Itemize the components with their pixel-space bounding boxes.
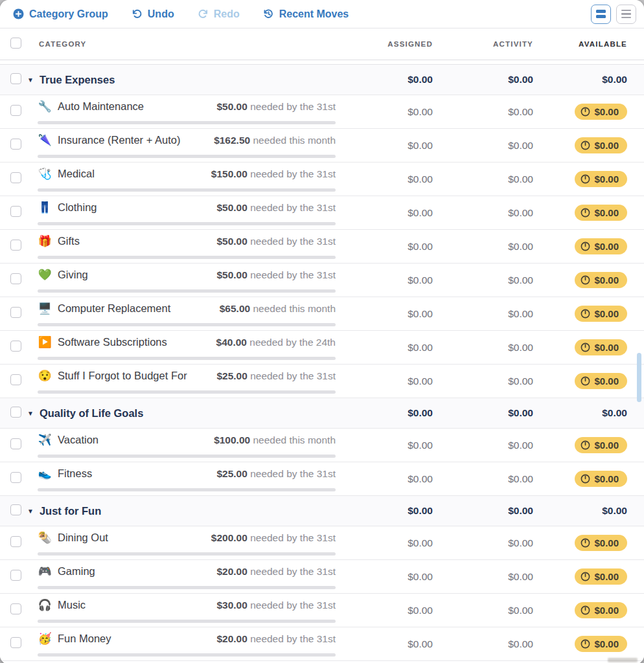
group-name: Quality of Life Goals xyxy=(40,407,143,420)
available-pill[interactable]: $0.00 xyxy=(575,205,627,221)
activity-value[interactable]: $0.00 xyxy=(433,638,533,650)
undo-button[interactable]: Undo xyxy=(132,8,174,20)
category-checkbox[interactable] xyxy=(10,637,21,648)
category-name[interactable]: Computer Replacement xyxy=(58,302,170,315)
category-name[interactable]: Gaming xyxy=(58,565,95,578)
category-checkbox[interactable] xyxy=(10,139,21,150)
available-pill[interactable]: $0.00 xyxy=(575,306,627,322)
available-pill[interactable]: $0.00 xyxy=(575,272,627,288)
activity-value[interactable]: $0.00 xyxy=(433,275,533,286)
assigned-value[interactable]: $0.00 xyxy=(336,140,433,152)
activity-value[interactable]: $0.00 xyxy=(433,537,533,549)
category-checkbox[interactable] xyxy=(10,472,21,483)
assigned-value[interactable]: $0.00 xyxy=(336,207,433,219)
activity-value[interactable]: $0.00 xyxy=(433,473,533,485)
assigned-value[interactable]: $0.00 xyxy=(336,605,433,616)
activity-value[interactable]: $0.00 xyxy=(433,571,533,583)
category-name[interactable]: Fun Money xyxy=(58,633,111,645)
available-pill[interactable]: $0.00 xyxy=(575,471,627,487)
column-header-assigned[interactable]: ASSIGNED xyxy=(336,40,433,48)
redo-button[interactable]: Redo xyxy=(198,8,240,20)
activity-value[interactable]: $0.00 xyxy=(433,308,533,320)
available-pill[interactable]: $0.00 xyxy=(575,568,627,585)
group-toggle[interactable]: ▼ True Expenses xyxy=(27,74,336,86)
category-name[interactable]: Auto Maintenance xyxy=(58,100,144,113)
available-pill[interactable]: $0.00 xyxy=(575,137,627,153)
activity-value[interactable]: $0.00 xyxy=(433,440,533,451)
category-name[interactable]: Clothing xyxy=(58,201,97,214)
category-name[interactable]: Medical xyxy=(58,168,95,180)
assigned-value[interactable]: $0.00 xyxy=(336,537,433,549)
activity-value[interactable]: $0.00 xyxy=(433,342,533,354)
available-pill[interactable]: $0.00 xyxy=(575,535,627,551)
activity-value[interactable]: $0.00 xyxy=(433,207,533,219)
category-checkbox[interactable] xyxy=(10,570,21,581)
category-name[interactable]: Giving xyxy=(58,269,88,281)
category-checkbox[interactable] xyxy=(10,603,21,614)
category-name[interactable]: Vacation xyxy=(58,434,98,446)
category-name[interactable]: Stuff I Forgot to Budget For xyxy=(58,370,187,382)
activity-value[interactable]: $0.00 xyxy=(433,605,533,616)
category-name[interactable]: Insurance (Renter + Auto) xyxy=(58,134,180,146)
select-all-checkbox[interactable] xyxy=(10,38,21,49)
assigned-value[interactable]: $0.00 xyxy=(336,241,433,253)
assigned-value[interactable]: $0.00 xyxy=(336,473,433,485)
assigned-value[interactable]: $0.00 xyxy=(336,440,433,451)
group-checkbox[interactable] xyxy=(10,73,21,84)
available-pill[interactable]: $0.00 xyxy=(575,171,627,187)
activity-value[interactable]: $0.00 xyxy=(433,106,533,118)
category-checkbox[interactable] xyxy=(10,341,21,352)
category-checkbox[interactable] xyxy=(10,374,21,385)
recent-moves-button[interactable]: Recent Moves xyxy=(263,8,349,20)
assigned-value[interactable]: $0.00 xyxy=(336,376,433,387)
category-name[interactable]: Fitness xyxy=(58,467,92,480)
category-name[interactable]: Software Subscriptions xyxy=(58,336,167,348)
activity-value[interactable]: $0.00 xyxy=(433,174,533,185)
group-toggle[interactable]: ▼ Just for Fun xyxy=(27,505,336,517)
group-toggle[interactable]: ▼ Quality of Life Goals xyxy=(27,407,336,420)
category-checkbox[interactable] xyxy=(10,536,21,547)
goal-progress-bar xyxy=(38,222,336,225)
column-header-activity[interactable]: ACTIVITY xyxy=(433,40,533,48)
available-pill[interactable]: $0.00 xyxy=(575,602,627,618)
goal-progress-bar xyxy=(38,188,336,192)
category-checkbox[interactable] xyxy=(10,438,21,449)
activity-value[interactable]: $0.00 xyxy=(433,241,533,253)
activity-value[interactable]: $0.00 xyxy=(433,376,533,387)
category-name[interactable]: Dining Out xyxy=(58,532,108,544)
category-checkbox[interactable] xyxy=(10,273,21,284)
category-checkbox[interactable] xyxy=(10,105,21,116)
category-group-row: ▼ True Expenses $0.00 $0.00 $0.00 xyxy=(0,65,644,95)
available-pill[interactable]: $0.00 xyxy=(575,238,627,254)
assigned-value[interactable]: $0.00 xyxy=(336,342,433,354)
column-header-available[interactable]: AVAILABLE xyxy=(533,40,627,48)
category-row: 🎁 Gifts $50.00 needed by the 31st $0.00 … xyxy=(0,230,644,264)
activity-value[interactable]: $0.00 xyxy=(433,140,533,152)
expanded-view-button[interactable] xyxy=(591,5,611,24)
assigned-value[interactable]: $0.00 xyxy=(336,571,433,583)
goal-clock-icon xyxy=(581,140,590,150)
category-name[interactable]: Gifts xyxy=(58,235,80,247)
category-name[interactable]: Music xyxy=(58,599,86,611)
category-checkbox[interactable] xyxy=(10,240,21,251)
vertical-scrollbar-thumb[interactable] xyxy=(637,353,641,402)
column-header-category[interactable]: CATEGORY xyxy=(36,40,336,48)
category-checkbox[interactable] xyxy=(10,307,21,318)
assigned-value[interactable]: $0.00 xyxy=(336,638,433,650)
group-checkbox[interactable] xyxy=(10,407,21,418)
add-category-group-button[interactable]: Category Group xyxy=(13,8,108,20)
available-pill[interactable]: $0.00 xyxy=(575,339,627,355)
available-pill[interactable]: $0.00 xyxy=(575,437,627,453)
category-checkbox[interactable] xyxy=(10,206,21,217)
category-checkbox[interactable] xyxy=(10,172,21,183)
available-pill[interactable]: $0.00 xyxy=(575,373,627,389)
compact-view-button[interactable] xyxy=(616,5,636,24)
available-pill[interactable]: $0.00 xyxy=(575,104,627,120)
assigned-value[interactable]: $0.00 xyxy=(336,308,433,320)
assigned-value[interactable]: $0.00 xyxy=(336,275,433,286)
group-assigned-value: $0.00 xyxy=(336,407,433,419)
available-pill[interactable]: $0.00 xyxy=(575,636,627,652)
group-checkbox[interactable] xyxy=(10,504,21,515)
assigned-value[interactable]: $0.00 xyxy=(336,174,433,185)
assigned-value[interactable]: $0.00 xyxy=(336,106,433,118)
